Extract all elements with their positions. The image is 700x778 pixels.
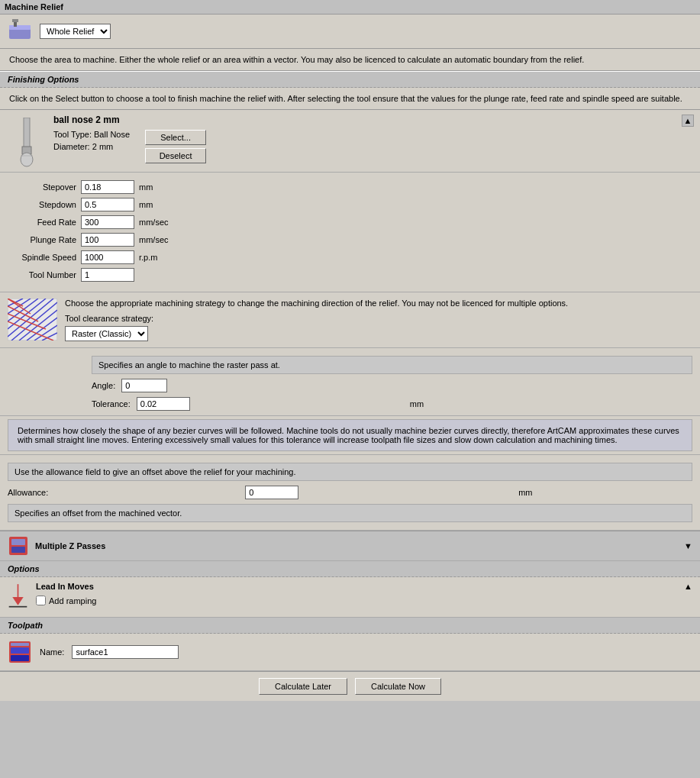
toolpath-header: Toolpath — [0, 618, 700, 634]
toolnumber-input[interactable] — [81, 268, 134, 282]
stepdown-unit: mm — [139, 200, 153, 209]
svg-point-6 — [21, 153, 33, 166]
toolpath-name-label: Name: — [40, 647, 64, 657]
stepdown-input[interactable] — [81, 198, 134, 211]
feedrate-row: Feed Rate mm/sec — [8, 215, 692, 229]
allowance-input[interactable] — [245, 486, 298, 499]
strategy-dropdown[interactable]: Raster (Classic) Raster Offset 3D Spiral — [65, 326, 148, 341]
toolpath-icon — [8, 640, 32, 664]
spindlespeed-label: Spindle Speed — [8, 253, 76, 262]
toolpath-name-input[interactable] — [72, 645, 179, 659]
tool-diameter-label: Diameter: 2 mm — [53, 142, 130, 151]
spindlespeed-row: Spindle Speed r.p.m — [8, 250, 692, 264]
tool-specs: Tool Type: Ball Nose Diameter: 2 mm — [53, 130, 130, 151]
allowance-label: Allowance: — [8, 488, 48, 497]
finishing-options-header: Finishing Options — [0, 71, 700, 88]
multiple-z-header: Multiple Z Passes ▼ — [0, 531, 700, 561]
spindlespeed-input[interactable] — [81, 250, 134, 264]
svg-rect-32 — [11, 655, 29, 661]
plungerate-unit: mm/sec — [139, 235, 169, 244]
toolpath-section: Name: — [0, 634, 700, 671]
title-bar: Machine Relief — [0, 0, 700, 15]
stepdown-label: Stepdown — [8, 200, 76, 209]
add-ramping-checkbox[interactable] — [36, 596, 46, 605]
angle-row: Angle: — [92, 379, 692, 392]
add-ramping-row: Add ramping — [36, 596, 692, 605]
offset-info-box: Specifies an offset from the machined ve… — [8, 504, 692, 522]
title-text: Machine Relief — [5, 2, 63, 11]
allowance-unit: mm — [518, 488, 532, 497]
allowance-row: Allowance: mm — [8, 486, 692, 499]
scroll-up-icon[interactable]: ▲ — [682, 115, 694, 127]
multiple-z-title: Multiple Z Passes — [35, 541, 105, 550]
multiple-z-icon — [8, 535, 29, 557]
deselect-button[interactable]: Deselect — [145, 148, 206, 163]
area-info-text: Choose the area to machine. Either the w… — [0, 49, 700, 71]
stepover-unit: mm — [139, 182, 153, 192]
feedrate-label: Feed Rate — [8, 218, 76, 227]
allowance-section: Use the allowance field to give an offse… — [0, 454, 700, 531]
top-section: Whole Relief Vector Area — [0, 15, 700, 49]
strategy-info-text: Choose the appropriate machining strateg… — [65, 299, 692, 308]
calculate-now-button[interactable]: Calculate Now — [355, 678, 441, 695]
area-dropdown[interactable]: Whole Relief Vector Area — [40, 24, 111, 39]
feedrate-input[interactable] — [81, 215, 134, 229]
plungerate-row: Plunge Rate mm/sec — [8, 233, 692, 247]
stepover-input[interactable] — [81, 180, 134, 194]
finishing-info-text: Click on the Select button to choose a t… — [0, 88, 700, 110]
lead-in-header-row: Lead In Moves ▲ — [36, 582, 692, 591]
tool-type-label: Tool Type: Ball Nose — [53, 130, 130, 139]
params-area: Stepover mm Stepdown mm Feed Rate mm/sec… — [0, 173, 700, 292]
strategy-clearance-label: Tool clearance strategy: — [65, 314, 692, 323]
lead-in-scroll-up[interactable]: ▲ — [684, 582, 692, 591]
tolerance-row: Tolerance: mm — [92, 397, 692, 411]
angle-label: Angle: — [92, 381, 115, 390]
calculate-later-button[interactable]: Calculate Later — [259, 678, 347, 695]
machine-relief-icon — [8, 19, 32, 44]
lead-in-section: Lead In Moves ▲ Add ramping — [0, 577, 700, 618]
toolpath-title: Toolpath — [8, 621, 43, 630]
svg-rect-1 — [9, 25, 31, 30]
angle-info-box: Specifies an angle to machine the raster… — [92, 356, 692, 374]
svg-rect-30 — [11, 647, 29, 654]
tolerance-unit: mm — [410, 399, 424, 408]
select-button[interactable]: Select... — [145, 130, 206, 145]
toolnumber-label: Tool Number — [8, 270, 76, 279]
svg-rect-3 — [12, 19, 18, 22]
toolnumber-row: Tool Number — [8, 268, 692, 282]
svg-rect-26 — [11, 547, 25, 553]
options-title: Options — [8, 564, 40, 573]
allowance-info-box: Use the allowance field to give an offse… — [8, 463, 692, 481]
plungerate-input[interactable] — [81, 233, 134, 247]
lead-in-title: Lead In Moves — [36, 582, 94, 591]
main-container: Machine Relief Whole Relief Vector Area … — [0, 0, 700, 701]
strategy-section: Choose the appropriate machining strateg… — [0, 292, 700, 348]
tool-selection-area: ▲ ball nose 2 mm Tool Type: Ball Nose Di… — [0, 110, 700, 173]
lead-in-content: Lead In Moves ▲ Add ramping — [36, 582, 692, 605]
strategy-content: Choose the appropriate machining strateg… — [65, 299, 692, 341]
svg-rect-8 — [8, 299, 57, 341]
tolerance-label: Tolerance: — [92, 399, 131, 408]
options-header: Options — [0, 561, 700, 577]
bezier-info-box: Determines how closely the shape of any … — [8, 419, 692, 451]
plungerate-label: Plunge Rate — [8, 235, 76, 244]
finishing-options-title: Finishing Options — [8, 75, 79, 84]
svg-rect-25 — [11, 539, 25, 545]
lead-in-icon — [8, 582, 28, 612]
stepover-label: Stepover — [8, 182, 76, 192]
stepover-row: Stepover mm — [8, 180, 692, 194]
feedrate-unit: mm/sec — [139, 218, 169, 227]
spindlespeed-unit: r.p.m — [139, 253, 157, 262]
angle-input[interactable] — [121, 379, 167, 392]
svg-rect-31 — [11, 643, 29, 646]
angle-section: Specifies an angle to machine the raster… — [0, 348, 700, 416]
tool-buttons: Select... Deselect — [145, 130, 206, 163]
stepdown-row: Stepdown mm — [8, 198, 692, 211]
bottom-buttons-area: Calculate Later Calculate Now — [0, 671, 700, 701]
strategy-icon — [8, 299, 57, 341]
tolerance-input[interactable] — [137, 397, 190, 411]
add-ramping-label: Add ramping — [49, 596, 96, 605]
multiple-z-scroll-down[interactable]: ▼ — [684, 541, 692, 550]
